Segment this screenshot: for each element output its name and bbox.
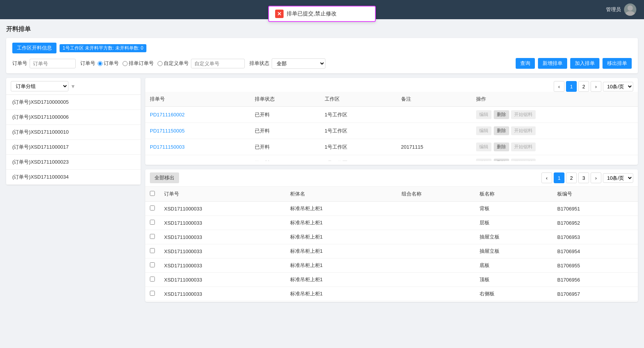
bottom-page-3-btn[interactable]: 3: [578, 172, 589, 183]
cabinet-name-cell: 标准吊柜上柜1: [285, 287, 397, 301]
delete-btn[interactable]: 删除: [494, 110, 509, 119]
toast-close-button[interactable]: ✕: [275, 10, 284, 18]
row-checkbox[interactable]: [150, 248, 155, 253]
list-item[interactable]: (订单号)XSD1711000034: [6, 170, 141, 185]
bottom-next-btn[interactable]: ›: [591, 172, 601, 183]
dropdown-icon[interactable]: ▾: [71, 83, 75, 90]
row-checkbox-cell: [145, 202, 159, 216]
radio-schedule[interactable]: 排单订单号: [123, 60, 154, 67]
bottom-page-2-btn[interactable]: 2: [566, 172, 577, 183]
username-label: 管理员: [606, 6, 621, 13]
row-checkbox[interactable]: [150, 262, 155, 267]
bottom-page-1-btn[interactable]: 1: [554, 172, 564, 183]
remove-from-schedule-button[interactable]: 移出排单: [603, 58, 632, 69]
bottom-page-size-select[interactable]: 10条/页 20条/页 50条/页: [603, 173, 633, 183]
row-checkbox[interactable]: [150, 220, 155, 225]
schedule-page-2-btn[interactable]: 2: [578, 81, 589, 92]
list-item[interactable]: (订单号)XSD1711000023: [6, 155, 141, 170]
radio-custom[interactable]: 自定义单号: [158, 60, 189, 67]
toast-message: 排单已提交,禁止修改: [287, 10, 337, 17]
order-list: (订单号)XSD1710000005 (订单号)XSD1711000006 (订…: [6, 95, 141, 185]
bottom-prev-btn[interactable]: ‹: [541, 172, 552, 183]
add-to-schedule-button[interactable]: 加入排单: [570, 58, 599, 69]
schedule-table-row: PD1711150005 已开料 1号工作区 编辑 删除 开始锯料: [145, 123, 638, 139]
edit-btn[interactable]: 编辑: [476, 159, 491, 161]
schedule-status-cell: 已开料: [250, 107, 320, 123]
order-no-cell: XSD1711000033: [159, 301, 285, 302]
edit-btn[interactable]: 编辑: [476, 110, 491, 119]
schedule-next-btn[interactable]: ›: [591, 81, 601, 92]
start-btn[interactable]: 开始锯料: [511, 110, 536, 119]
delete-btn[interactable]: 删除: [494, 159, 509, 161]
cabinet-name-cell: 标准吊柜上柜1: [285, 273, 397, 287]
row-checkbox[interactable]: [150, 205, 155, 210]
radio-group: 订单号 排单订单号 自定义单号: [98, 60, 189, 67]
page-title: 开料排单: [6, 25, 638, 33]
schedule-table: 排单号 排单状态 工作区 备注 操作 PD1711160002 已开料 1号工作…: [145, 92, 638, 161]
schedule-table-row: PD1711150003 已开料 1号工作区 20171115 编辑 删除 开始…: [145, 139, 638, 155]
start-btn[interactable]: 开始锯料: [511, 126, 536, 135]
order-no-cell: XSD1711000033: [159, 244, 285, 259]
list-item[interactable]: (订单号)XSD1711000006: [6, 110, 141, 125]
start-btn[interactable]: 开始锯料: [511, 159, 536, 161]
row-checkbox-cell: [145, 287, 159, 301]
bottom-table-row: XSD1711000033 标准吊柜上柜1 右开门板 B1706958: [145, 301, 638, 302]
schedule-prev-btn[interactable]: ‹: [554, 81, 564, 92]
board-name-cell: 底板: [475, 259, 553, 273]
board-no-cell: B1706952: [553, 216, 638, 230]
edit-btn[interactable]: 编辑: [476, 143, 491, 151]
delete-btn[interactable]: 删除: [494, 126, 509, 135]
row-checkbox-cell: [145, 273, 159, 287]
schedule-no-cell: PD1711150003: [145, 139, 250, 155]
col-checkbox: [145, 187, 159, 202]
select-all-checkbox[interactable]: [150, 191, 155, 196]
svg-point-1: [626, 11, 635, 16]
workarea-info-button[interactable]: 工作区开料信息: [12, 43, 56, 53]
custom-no-input[interactable]: [191, 59, 245, 68]
order-no-cell: XSD1711000033: [159, 216, 285, 230]
new-schedule-button[interactable]: 新增排单: [538, 58, 567, 69]
board-name-cell: 抽屉立板: [475, 230, 553, 244]
board-name-cell: 抽屉立板: [475, 244, 553, 259]
order-no-input[interactable]: [30, 59, 76, 68]
radio-schedule-label: 排单订单号: [129, 60, 154, 67]
schedule-hscroll[interactable]: [145, 161, 638, 165]
col-schedule-status: 排单状态: [250, 92, 320, 107]
cabinet-name-cell: 标准吊柜上柜1: [285, 244, 397, 259]
list-item[interactable]: (订单号)XSD1711000017: [6, 140, 141, 155]
bottom-table-row: XSD1711000033 标准吊柜上柜1 层板 B1706952: [145, 216, 638, 230]
remark-cell: [397, 123, 472, 139]
list-item[interactable]: (订单号)XSD1710000005: [6, 95, 141, 110]
row-checkbox[interactable]: [150, 291, 155, 296]
edit-btn[interactable]: 编辑: [476, 126, 491, 135]
workarea-status-tag: 1号工作区 未开料平方数: 未开料单数: 0: [60, 44, 146, 52]
radio-order-label: 订单号: [104, 60, 119, 67]
schedule-page-1-btn[interactable]: 1: [566, 81, 577, 92]
status-select[interactable]: 全部 已开料 未开料 进行中: [272, 58, 325, 69]
cabinet-name-cell: 标准吊柜上柜1: [285, 230, 397, 244]
query-button[interactable]: 查询: [516, 58, 535, 69]
list-item[interactable]: (订单号)XSD1711000010: [6, 125, 141, 140]
schedule-status-cell: 已开料: [250, 139, 320, 155]
bottom-table-row: XSD1711000033 标准吊柜上柜1 抽屉立板 B1706954: [145, 244, 638, 259]
row-checkbox[interactable]: [150, 277, 155, 282]
row-checkbox[interactable]: [150, 234, 155, 239]
radio-order[interactable]: 订单号: [98, 60, 119, 67]
cabinet-name-cell: 标准吊柜上柜1: [285, 216, 397, 230]
bottom-table-header: 全部移出 ‹ 1 2 3 › 10条/页 20条/页 50条/页: [145, 169, 638, 187]
order-no-cell: XSD1711000033: [159, 230, 285, 244]
combine-name-cell: [397, 259, 475, 273]
toast-notification: ✕ 排单已提交,禁止修改: [268, 6, 376, 22]
combine-name-cell: [397, 273, 475, 287]
delete-btn[interactable]: 删除: [494, 143, 509, 151]
group-dropdown[interactable]: 订单分组 按日期 按客户: [11, 81, 68, 91]
remove-all-button[interactable]: 全部移出: [150, 172, 179, 183]
bottom-table-row: XSD1711000033 标准吊柜上柜1 抽屉立板 B1706953: [145, 230, 638, 244]
schedule-tbody: PD1711160002 已开料 1号工作区 编辑 删除 开始锯料 PD1711…: [145, 107, 638, 161]
bottom-table-row: XSD1711000033 标准吊柜上柜1 底板 B1706955: [145, 259, 638, 273]
start-btn[interactable]: 开始锯料: [511, 143, 536, 151]
order-type-filter: 订单号 订单号 排单订单号 自定义单号: [80, 59, 245, 68]
schedule-page-size-select[interactable]: 10条/页 20条/页 50条/页: [603, 82, 633, 91]
col-order-no: 订单号: [159, 187, 285, 202]
board-name-cell: 右开门板: [475, 301, 553, 302]
